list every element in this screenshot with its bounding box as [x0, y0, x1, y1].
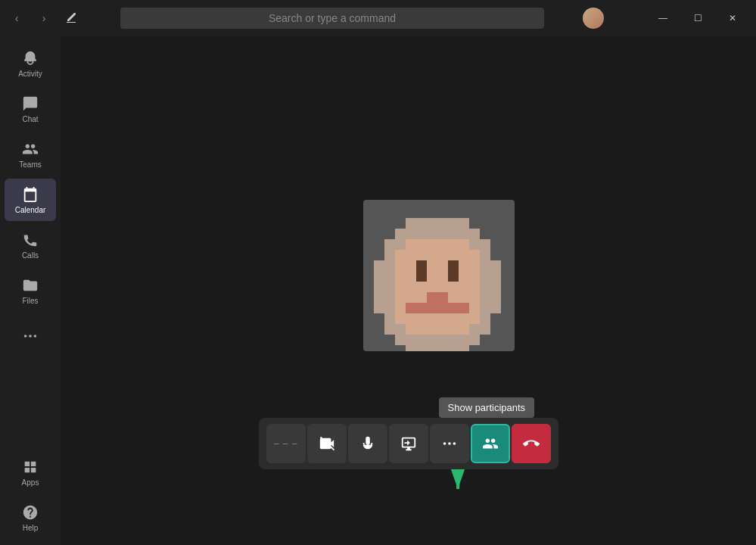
calendar-icon: [22, 186, 39, 203]
microphone-icon: [359, 435, 376, 452]
compose-button[interactable]: [61, 8, 82, 29]
toggle-mute-button[interactable]: [348, 424, 387, 463]
forward-button[interactable]: ›: [33, 8, 54, 29]
help-icon: [22, 504, 39, 521]
close-button[interactable]: ✕: [715, 6, 750, 30]
bell-icon: [22, 50, 39, 67]
sidebar-item-more[interactable]: [5, 315, 56, 357]
svg-point-5: [448, 442, 451, 445]
sidebar-item-chat[interactable]: Chat: [5, 88, 56, 130]
svg-point-1: [29, 335, 32, 338]
window-controls: — ☐ ✕: [646, 6, 750, 30]
back-button[interactable]: ‹: [6, 8, 27, 29]
end-call-icon: [523, 435, 540, 452]
maximize-button[interactable]: ☐: [680, 6, 715, 30]
sidebar-item-files-label: Files: [22, 297, 38, 305]
svg-point-6: [453, 442, 456, 445]
hold-button[interactable]: – – –: [266, 424, 306, 463]
sidebar-item-files[interactable]: Files: [5, 269, 56, 312]
avatar: [583, 8, 604, 29]
sidebar-item-apps-label: Apps: [22, 478, 39, 487]
sidebar: Activity Chat Teams Calendar: [0, 36, 61, 545]
sidebar-item-teams-label: Teams: [19, 160, 41, 169]
title-bar: ‹ › — ☐ ✕: [0, 0, 756, 36]
svg-point-0: [24, 335, 27, 338]
content-area: Show participants – – –: [61, 36, 756, 545]
chat-icon: [22, 95, 39, 112]
share-screen-button[interactable]: [389, 424, 428, 463]
search-input[interactable]: [120, 8, 544, 29]
sidebar-item-apps[interactable]: Apps: [5, 451, 56, 494]
controls-bar: – – –: [259, 418, 558, 469]
files-icon: [22, 277, 39, 294]
sidebar-item-activity[interactable]: Activity: [5, 42, 56, 85]
sidebar-item-calls[interactable]: Calls: [5, 224, 56, 266]
video-off-icon: [319, 435, 335, 452]
apps-icon: [22, 459, 39, 475]
video-area: Show participants – – –: [61, 36, 756, 545]
sidebar-item-calendar[interactable]: Calendar: [5, 179, 56, 221]
toggle-video-button[interactable]: [307, 424, 347, 463]
minimize-button[interactable]: —: [646, 6, 680, 30]
sidebar-item-chat-label: Chat: [22, 115, 38, 123]
share-screen-icon: [400, 435, 417, 452]
participants-tooltip: Show participants: [439, 397, 535, 418]
sidebar-item-teams[interactable]: Teams: [5, 133, 56, 176]
sidebar-item-activity-label: Activity: [18, 70, 42, 78]
more-options-icon: [441, 435, 458, 452]
more-options-button[interactable]: [430, 424, 469, 463]
calls-icon: [22, 232, 39, 248]
participant-video: [363, 200, 515, 351]
svg-point-2: [34, 335, 37, 338]
teams-icon: [22, 141, 39, 157]
sidebar-item-help[interactable]: Help: [5, 497, 56, 539]
svg-point-4: [443, 442, 446, 445]
show-participants-button[interactable]: [471, 424, 510, 463]
sidebar-item-help-label: Help: [23, 524, 39, 532]
main-layout: Activity Chat Teams Calendar: [0, 36, 756, 545]
end-call-button[interactable]: [512, 424, 551, 463]
sidebar-item-calls-label: Calls: [22, 251, 39, 260]
participants-icon: [482, 435, 499, 452]
sidebar-item-calendar-label: Calendar: [15, 206, 46, 214]
more-icon: [22, 328, 39, 344]
